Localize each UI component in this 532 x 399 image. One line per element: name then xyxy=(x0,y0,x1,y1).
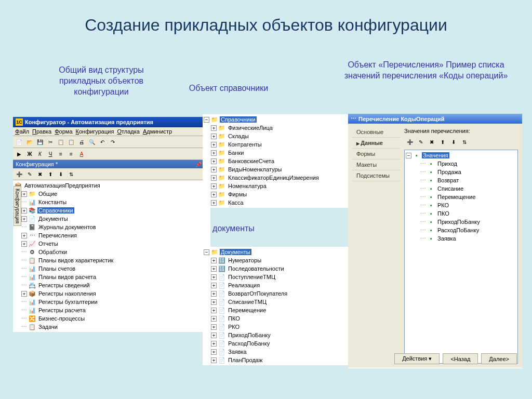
expand-icon[interactable]: + xyxy=(211,134,217,139)
tree-item[interactable]: +📁Общие xyxy=(14,190,209,198)
tree-item[interactable]: +📁Номенклатура xyxy=(204,182,350,190)
down-icon[interactable]: ⬇ xyxy=(449,137,458,147)
up-icon[interactable]: ⬆ xyxy=(438,137,447,147)
align-center-icon[interactable]: ≡ xyxy=(66,149,76,158)
expand-icon[interactable]: + xyxy=(211,150,217,156)
menu-item[interactable]: Конфигурация xyxy=(76,128,114,135)
tab-Макеты[interactable]: Макеты xyxy=(352,159,400,170)
tab-Формы[interactable]: Формы xyxy=(352,149,400,159)
expand-icon[interactable]: + xyxy=(21,241,27,247)
tree-item[interactable]: +⋯Перечисления xyxy=(14,231,209,240)
tree-item[interactable]: +📚Справочники xyxy=(14,206,209,215)
add-icon[interactable]: ➕ xyxy=(15,169,24,179)
tree-item[interactable]: +📄Перемещение xyxy=(204,306,350,314)
expand-icon[interactable]: + xyxy=(21,191,27,197)
tree-root[interactable]: −📁Документы xyxy=(204,248,350,256)
sprav-tree[interactable]: −📁Справочники+📁ФизическиеЛица+📁Склады+📁К… xyxy=(203,114,351,208)
expand-icon[interactable]: + xyxy=(21,233,27,238)
tree-item[interactable]: ⋯📊Регистры бухгалтерии xyxy=(14,298,209,306)
expand-icon[interactable]: + xyxy=(211,308,217,313)
bold-button[interactable]: Ж xyxy=(25,149,34,158)
tree-item[interactable]: +🔢Последовательности xyxy=(204,264,350,273)
expand-icon[interactable]: + xyxy=(211,200,217,206)
expand-icon[interactable]: + xyxy=(211,357,217,363)
titlebar-configurator[interactable]: 1C Конфигуратор - Автоматизация предприя… xyxy=(13,117,210,127)
edit-icon[interactable]: ✎ xyxy=(416,137,425,147)
tree-item[interactable]: +📦Регистры накопления xyxy=(14,289,209,298)
side-tab[interactable]: Конфигурация xyxy=(14,186,21,226)
edit-icon[interactable]: ✎ xyxy=(25,169,34,179)
find-icon[interactable]: 🔍 xyxy=(87,137,97,147)
tree-item[interactable]: +📁Касса xyxy=(204,198,350,207)
config-tree[interactable]: 📦АвтоматизацияПредприятия+📁Общие⋯📊Конста… xyxy=(13,180,210,332)
expand-icon[interactable]: + xyxy=(211,158,217,164)
tree-root[interactable]: −📁Справочники xyxy=(204,115,350,124)
tree-item[interactable]: +📁ВидыНоменклатуры xyxy=(204,165,350,174)
pin-icon[interactable]: 📌 xyxy=(195,162,202,167)
tree-item[interactable]: +📄ВозвратОтПокупателя xyxy=(204,289,350,298)
expand-icon[interactable]: + xyxy=(211,274,217,280)
expand-icon[interactable]: + xyxy=(211,142,217,148)
menu-item[interactable]: Правка xyxy=(32,128,51,135)
enum-value-tree[interactable]: −▪Значения⋯▪Приход⋯▪Продажа⋯▪Возврат⋯▪Сп… xyxy=(404,150,518,364)
tree-item[interactable]: ⋯📊Константы xyxy=(14,198,209,206)
delete-icon[interactable]: ✖ xyxy=(427,137,436,147)
enum-value[interactable]: ⋯▪Списание xyxy=(406,184,516,193)
expand-icon[interactable]: + xyxy=(211,167,217,172)
sort-icon[interactable]: ⇅ xyxy=(66,169,76,179)
tree-item[interactable]: +📄Документы xyxy=(14,215,209,223)
expand-icon[interactable]: + xyxy=(211,192,217,197)
tree-item[interactable]: ⋯📊Планы счетов xyxy=(14,264,209,273)
tab-Основные[interactable]: Основные xyxy=(352,127,400,138)
enum-value[interactable]: ⋯▪РасходПоБанку xyxy=(406,226,516,234)
tree-item[interactable]: ⋯📋Задачи xyxy=(14,323,209,331)
enum-value[interactable]: ⋯▪Перемещение xyxy=(406,193,516,201)
expand-icon[interactable]: + xyxy=(211,332,217,338)
expand-icon[interactable]: + xyxy=(211,324,217,330)
italic-button[interactable]: К xyxy=(35,149,45,158)
add-icon[interactable]: ➕ xyxy=(405,137,415,147)
tree-item[interactable]: ⋯⚙Обработки xyxy=(14,248,209,256)
tree-item[interactable]: +📄ПоступлениеТМЦ xyxy=(204,273,350,281)
cut-icon[interactable]: ✂ xyxy=(46,137,55,147)
enum-value[interactable]: ⋯▪ПриходПоБанку xyxy=(406,218,516,226)
expand-icon[interactable]: + xyxy=(211,283,217,288)
tab-Данные[interactable]: Данные xyxy=(352,138,400,149)
collapse-icon[interactable]: − xyxy=(204,249,209,255)
sort-icon[interactable]: ⇅ xyxy=(460,137,469,147)
expand-icon[interactable]: + xyxy=(211,125,217,131)
tree-item[interactable]: +📁Фирмы xyxy=(204,190,350,198)
enum-value[interactable]: ⋯▪Возврат xyxy=(406,176,516,184)
menu-item[interactable]: Администр xyxy=(143,128,172,135)
expand-icon[interactable]: + xyxy=(21,216,27,222)
tree-item[interactable]: +📈Отчеты xyxy=(14,240,209,248)
tree-item[interactable]: ⋯📓Журналы документов xyxy=(14,223,209,231)
tree-item[interactable]: +📁КлассификаторЕдиницИзмерения xyxy=(204,174,350,182)
menu-item[interactable]: Отладка xyxy=(117,128,140,135)
tree-item[interactable]: +📄ПланПродаж xyxy=(204,356,350,364)
enum-value[interactable]: ⋯▪Заявка xyxy=(406,234,516,243)
tree-item[interactable]: +📄ПКО xyxy=(204,314,350,323)
menu-item[interactable]: Файл xyxy=(15,128,29,135)
tab-Подсистемы[interactable]: Подсистемы xyxy=(352,170,400,181)
tree-root[interactable]: 📦АвтоматизацияПредприятия xyxy=(14,181,209,190)
down-icon[interactable]: ⬇ xyxy=(56,169,65,179)
underline-button[interactable]: Ч xyxy=(46,149,55,158)
new-icon[interactable]: 📄 xyxy=(15,137,24,147)
paste-icon[interactable]: 📋 xyxy=(66,137,76,147)
tree-item[interactable]: +🔢Нумераторы xyxy=(204,256,350,264)
tree-item[interactable]: +📁Контрагенты xyxy=(204,140,350,149)
tree-item[interactable]: +📄РКО xyxy=(204,323,350,331)
tree-item[interactable]: +📄РасходПоБанку xyxy=(204,339,350,348)
tree-root[interactable]: −▪Значения xyxy=(406,151,516,159)
enum-value[interactable]: ⋯▪Приход xyxy=(406,159,516,168)
actions-button[interactable]: Действия ▾ xyxy=(394,353,440,364)
expand-icon[interactable]: + xyxy=(211,349,217,355)
save-icon[interactable]: 💾 xyxy=(35,137,45,147)
up-icon[interactable]: ⬆ xyxy=(46,169,55,179)
expand-icon[interactable]: + xyxy=(211,299,217,305)
open-icon[interactable]: 📂 xyxy=(25,137,34,147)
expand-icon[interactable]: + xyxy=(211,175,217,181)
expand-icon[interactable]: + xyxy=(211,258,217,263)
expand-icon[interactable]: + xyxy=(211,266,217,272)
